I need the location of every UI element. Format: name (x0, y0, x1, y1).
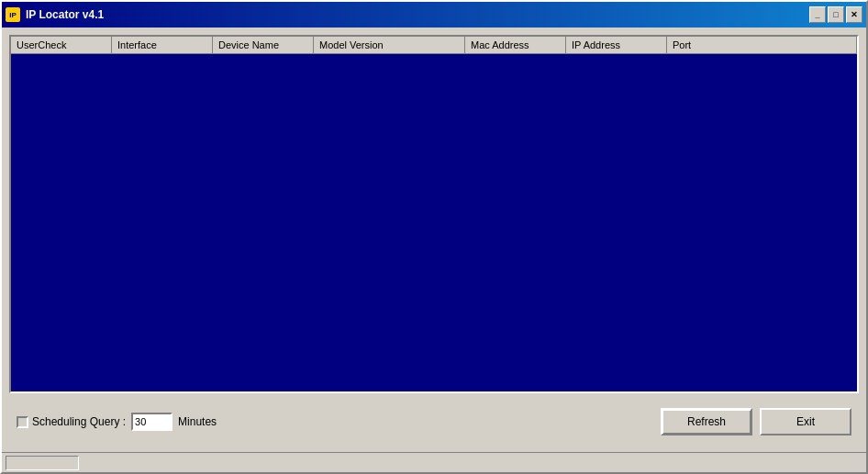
table-body (11, 54, 857, 391)
table-header: UserCheck Interface Device Name Model Ve… (11, 37, 857, 54)
content-area: UserCheck Interface Device Name Model Ve… (2, 28, 866, 452)
interval-dropdown[interactable]: 30 60 90 120 (131, 413, 172, 431)
minimize-button[interactable]: _ (809, 6, 826, 23)
bottom-bar: Scheduling Query : 30 60 90 120 Minutes … (9, 399, 859, 445)
scheduling-query-label: Scheduling Query : (32, 415, 126, 428)
main-window: IP IP Locator v4.1 _ □ ✕ UserCheck Inter… (0, 0, 868, 474)
scheduling-query-checkbox[interactable] (17, 416, 28, 428)
exit-button[interactable]: Exit (760, 408, 851, 435)
col-header-ip: IP Address (566, 37, 667, 53)
left-controls: Scheduling Query : 30 60 90 120 Minutes (17, 413, 217, 431)
interval-dropdown-wrapper: 30 60 90 120 (131, 413, 172, 431)
col-header-device: Device Name (213, 37, 314, 53)
col-header-usercheck: UserCheck (11, 37, 112, 53)
col-header-interface: Interface (112, 37, 213, 53)
window-title: IP Locator v4.1 (26, 8, 104, 21)
window-controls: _ □ ✕ (809, 6, 862, 23)
device-table: UserCheck Interface Device Name Model Ve… (9, 35, 859, 393)
action-buttons: Refresh Exit (661, 408, 851, 435)
col-header-mac: Mac Address (465, 37, 566, 53)
status-bar (2, 452, 866, 472)
title-bar-left: IP IP Locator v4.1 (6, 7, 104, 22)
col-header-port: Port (667, 37, 857, 53)
minutes-label: Minutes (178, 415, 217, 428)
maximize-button[interactable]: □ (828, 6, 844, 23)
status-panel (6, 456, 79, 470)
scheduling-query-container: Scheduling Query : (17, 415, 126, 428)
svg-text:IP: IP (9, 11, 17, 19)
app-icon: IP (6, 7, 20, 22)
col-header-model: Model Version (314, 37, 465, 53)
close-button[interactable]: ✕ (846, 6, 862, 23)
refresh-button[interactable]: Refresh (661, 408, 752, 435)
title-bar: IP IP Locator v4.1 _ □ ✕ (2, 2, 866, 28)
